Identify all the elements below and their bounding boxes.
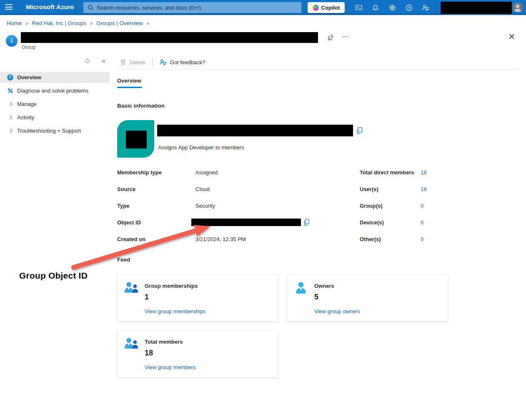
account-name-redaction [441, 2, 512, 14]
basic-information-heading: Basic information [117, 103, 165, 109]
account-avatar[interactable] [513, 3, 523, 13]
menu-resize-icon[interactable] [85, 58, 90, 63]
sidebar-item-label: Diagnose and solve problems [17, 88, 88, 94]
copy-name-icon[interactable] [356, 127, 363, 136]
sidebar-item-label: Troubleshooting + Support [17, 128, 81, 134]
breadcrumb-separator: > [147, 21, 149, 26]
sidebar-item-overview[interactable]: i Overview [0, 72, 110, 83]
breadcrumb-home[interactable]: Home [7, 20, 22, 26]
tab-active-underline [117, 87, 142, 88]
people-pair-icon [124, 337, 138, 352]
stat-row: Device(s) 0 [360, 219, 423, 228]
tab-overview[interactable]: Overview [117, 78, 141, 84]
chevron-right-icon [7, 101, 13, 107]
info-icon: i [7, 74, 13, 80]
diagnose-tools-icon [7, 88, 13, 94]
group-avatar-redaction [126, 131, 147, 148]
users-count-link[interactable]: 18 [421, 186, 426, 194]
copilot-button[interactable]: Copilot [308, 2, 345, 13]
got-feedback-button[interactable]: Got feedback? [159, 59, 205, 65]
total-direct-members-link[interactable]: 18 [421, 169, 426, 178]
stat-row: Group(s) 0 [360, 203, 423, 211]
group-display-name-redaction [157, 125, 353, 136]
breadcrumb-tenant-groups[interactable]: Red Hat, Inc | Groups [32, 20, 86, 26]
view-group-owners-link[interactable]: View group owners [314, 308, 360, 314]
group-info-icon: i [6, 35, 18, 47]
settings-gear-icon[interactable] [387, 3, 397, 13]
group-name-redaction [21, 32, 318, 43]
sidebar-item-diagnose[interactable]: Diagnose and solve problems [0, 85, 110, 96]
card-title: Group memberships [145, 283, 198, 289]
search-icon [88, 5, 93, 10]
stat-row: User(s) 18 [360, 186, 426, 194]
page-subtitle: Group [22, 44, 35, 50]
devices-count-link[interactable]: 0 [421, 219, 423, 228]
card-group-memberships: Group memberships 1 View group membershi… [117, 274, 278, 322]
search-placeholder: Search resources, services, and docs (G+… [97, 5, 201, 11]
command-bar: Delete Got feedback? [120, 58, 205, 67]
chevron-right-icon [7, 128, 13, 134]
menu-collapse-icon[interactable]: « [99, 57, 108, 65]
stat-row: Other(s) 0 [360, 236, 423, 244]
breadcrumb: Home > Red Hat, Inc | Groups > Groups | … [7, 20, 149, 26]
chevron-right-icon [7, 114, 13, 121]
search-input[interactable]: Search resources, services, and docs (G+… [83, 2, 301, 13]
view-group-members-link[interactable]: View group members [145, 364, 196, 370]
groups-count-link[interactable]: 0 [421, 203, 423, 211]
person-icon [294, 281, 308, 296]
breadcrumb-separator: > [90, 21, 93, 26]
delete-button[interactable]: Delete [120, 59, 145, 65]
pin-icon[interactable] [327, 34, 334, 43]
svg-text:?: ? [408, 5, 410, 10]
sidebar-item-label: Activity [17, 114, 34, 121]
card-value: 5 [314, 293, 318, 302]
breadcrumb-groups-overview[interactable]: Groups | Overview [96, 20, 143, 26]
stat-row: Total direct members 18 [360, 169, 426, 178]
card-value: 18 [145, 349, 153, 357]
copy-object-id-icon[interactable] [303, 219, 310, 227]
property-row: Type Security [117, 203, 215, 211]
trash-icon [120, 59, 126, 65]
hamburger-menu-icon[interactable] [5, 4, 13, 10]
close-icon[interactable]: × [506, 30, 517, 42]
card-total-members: Total members 18 View group members [117, 330, 278, 377]
others-count-link[interactable]: 0 [421, 236, 423, 244]
toolbar-divider-line [117, 69, 518, 70]
more-options-icon[interactable]: … [339, 31, 351, 39]
sidebar-item-manage[interactable]: Manage [0, 98, 110, 110]
help-icon[interactable]: ? [404, 3, 414, 13]
breadcrumb-separator: > [25, 21, 28, 26]
card-title: Total members [145, 339, 183, 345]
people-pair-icon [124, 281, 138, 296]
azure-portal-window: Microsoft Azure Search resources, servic… [0, 0, 526, 420]
sidebar-item-label: Manage [17, 101, 37, 107]
top-bar: Microsoft Azure Search resources, servic… [0, 0, 526, 15]
azure-brand: Microsoft Azure [26, 3, 74, 10]
toolbar-divider [152, 58, 153, 66]
property-row: Source Cloud [117, 186, 210, 194]
notifications-icon[interactable] [371, 3, 381, 13]
property-row: Membership type Assigned [117, 169, 218, 178]
sidebar-item-activity[interactable]: Activity [0, 112, 110, 123]
copilot-icon [313, 5, 319, 11]
feedback-person-icon [159, 59, 167, 65]
annotation-group-object-id: Group Object ID [19, 271, 88, 281]
view-group-memberships-link[interactable]: View group memberships [145, 308, 205, 314]
feedback-icon[interactable] [421, 3, 431, 13]
feed-heading: Feed [117, 257, 130, 263]
sidebar-item-label: Overview [17, 74, 41, 80]
group-description: Assigns App Developer to members [158, 144, 244, 151]
object-id-redaction [191, 219, 301, 226]
group-avatar [117, 120, 154, 158]
card-owners: Owners 5 View group owners [287, 274, 448, 322]
property-row: Created on 3/21/2024, 12:35 PM [117, 236, 246, 244]
property-row-object-id: Object ID [117, 219, 195, 228]
cloud-shell-icon[interactable] [354, 3, 364, 13]
card-title: Owners [314, 283, 334, 289]
card-value: 1 [145, 293, 149, 302]
sidebar-item-troubleshooting[interactable]: Troubleshooting + Support [0, 125, 110, 136]
